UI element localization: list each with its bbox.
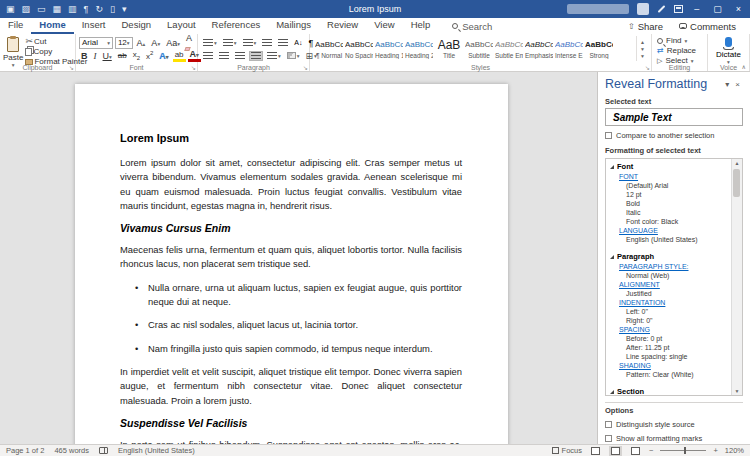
paragraph-dialog-launcher[interactable]: ↘ — [303, 64, 308, 71]
tab-view[interactable]: View — [366, 18, 402, 34]
print-icon[interactable]: ▥ — [68, 4, 77, 14]
print-layout-button[interactable] — [609, 446, 622, 456]
editing-mode-pencil-icon[interactable] — [658, 5, 666, 13]
tab-review[interactable]: Review — [319, 18, 366, 34]
styles-dialog-launcher[interactable]: ↘ — [645, 64, 650, 71]
collapse-triangle-icon[interactable] — [610, 390, 614, 394]
tab-insert[interactable]: Insert — [74, 18, 114, 34]
tree-section-section[interactable]: Section — [610, 387, 728, 396]
underline-button[interactable]: U▾ — [101, 51, 114, 61]
show-marks-row[interactable]: Show all formatting marks — [605, 434, 743, 443]
justify-button[interactable] — [249, 51, 263, 61]
zoom-out-button[interactable]: − — [649, 446, 653, 455]
avatar[interactable] — [637, 3, 649, 15]
customize-qat-icon[interactable]: ▾ — [122, 4, 127, 14]
tree-link-paragraph-style-[interactable]: PARAGRAPH STYLE: — [619, 262, 728, 271]
tree-link-alignment[interactable]: ALIGNMENT — [619, 280, 728, 289]
tab-references[interactable]: References — [204, 18, 269, 34]
decrease-indent-button[interactable] — [260, 38, 274, 48]
scroll-thumb[interactable] — [733, 169, 740, 197]
language-indicator[interactable]: English (United States) — [118, 446, 195, 455]
search-box[interactable]: Search — [452, 21, 492, 32]
zoom-level[interactable]: 120% — [725, 446, 744, 455]
tree-link-language[interactable]: LANGUAGE — [619, 226, 728, 235]
compare-selection-row[interactable]: Compare to another selection — [605, 131, 743, 140]
find-button[interactable]: Find▾ — [657, 36, 704, 45]
show-marks-checkbox[interactable] — [605, 435, 612, 442]
increase-indent-button[interactable] — [276, 38, 290, 48]
tree-scrollbar[interactable]: ▲ ▼ — [731, 159, 742, 395]
text-effects-button[interactable]: A▾ — [157, 51, 170, 61]
shading-button[interactable]: ▾ — [285, 51, 302, 60]
distinguish-style-row[interactable]: Distinguish style source — [605, 420, 743, 429]
zoom-slider-thumb[interactable] — [684, 447, 686, 454]
page-indicator[interactable]: Page 1 of 2 — [6, 446, 44, 455]
style-title[interactable]: AaBTitle — [435, 37, 463, 60]
style-subtle-em-[interactable]: AaBbCcDcSubtle Em... — [495, 37, 523, 60]
document-page[interactable]: Lorem Ipsum Lorem ipsum dolor sit amet, … — [75, 84, 508, 444]
replace-button[interactable]: ⇄ Replace — [657, 46, 704, 55]
tab-file[interactable]: File — [0, 18, 31, 34]
panel-menu-icon[interactable]: ▾ — [722, 80, 732, 89]
comments-button[interactable]: Comments — [673, 20, 742, 33]
table-icon[interactable]: ▦ — [53, 4, 62, 14]
font-dialog-launcher[interactable]: ↘ — [191, 64, 196, 71]
numbering-button[interactable]: ▾ — [221, 38, 239, 48]
align-right-button[interactable] — [233, 51, 247, 61]
style-intense-e-[interactable]: AaBbCcDcIntense E... — [555, 37, 583, 60]
bold-button[interactable]: B — [79, 51, 90, 61]
collapse-triangle-icon[interactable] — [610, 165, 614, 169]
shrink-font-button[interactable]: A▾ — [149, 38, 162, 48]
scroll-down-icon[interactable]: ▼ — [735, 388, 740, 394]
zoom-slider[interactable] — [660, 450, 706, 451]
style-no-spacing[interactable]: AaBbCcDcNo Spacing — [345, 37, 373, 60]
text-highlight-button[interactable]: ab — [173, 50, 186, 62]
multilevel-list-button[interactable]: ▾ — [241, 38, 259, 48]
restore-button[interactable]: ▢ — [710, 4, 725, 14]
proofing-icon[interactable] — [99, 447, 108, 454]
word-count[interactable]: 465 words — [54, 446, 89, 455]
font-size-combo[interactable]: 12▾ — [115, 37, 133, 49]
pilcrow-icon[interactable]: ¶ — [84, 4, 89, 14]
grow-font-button[interactable]: A▴ — [135, 38, 148, 48]
tab-home[interactable]: Home — [31, 18, 73, 34]
window-icon[interactable]: ▭ — [37, 4, 46, 14]
style-heading-2[interactable]: AaBbCcCHeading 2 — [405, 37, 433, 60]
tree-section-font[interactable]: Font — [610, 162, 728, 171]
change-case-button[interactable]: Aa▾ — [164, 38, 182, 48]
compare-checkbox[interactable] — [605, 132, 612, 139]
web-layout-button[interactable] — [629, 446, 642, 456]
align-left-button[interactable] — [201, 51, 215, 61]
tree-link-shading[interactable]: SHADING — [619, 361, 728, 370]
style-subtitle[interactable]: AaBbCcCSubtitle — [465, 37, 493, 60]
paste-button[interactable]: Paste ▾ — [3, 36, 23, 61]
collapse-ribbon-icon[interactable]: ∧ — [742, 63, 746, 70]
style-heading-1[interactable]: AaBbCcHeading 1 — [375, 37, 403, 60]
redo-icon[interactable]: ↻ — [95, 4, 103, 14]
styles-more-icon[interactable]: ▼ — [640, 53, 645, 59]
align-center-button[interactable] — [217, 51, 231, 61]
tab-design[interactable]: Design — [113, 18, 159, 34]
draw-icon[interactable]: ▨ — [22, 4, 31, 14]
tab-mailings[interactable]: Mailings — [268, 18, 319, 34]
tree-link-spacing[interactable]: SPACING — [619, 325, 728, 334]
font-name-combo[interactable]: Arial▾ — [79, 37, 113, 49]
line-spacing-button[interactable]: ▾ — [265, 51, 283, 61]
style-emphasis[interactable]: AaBbCcDcEmphasis — [525, 37, 553, 60]
dictate-button[interactable]: Dictate ▾ — [711, 37, 746, 65]
clipboard-dialog-launcher[interactable]: ↘ — [69, 64, 74, 71]
tab-layout[interactable]: Layout — [159, 18, 204, 34]
tree-link-font[interactable]: FONT — [619, 172, 728, 181]
styles-scroll-down-icon[interactable]: ▼ — [640, 46, 645, 52]
tab-help[interactable]: Help — [403, 18, 439, 34]
bullets-button[interactable]: ▾ — [201, 38, 219, 48]
ribbon-display-options-icon[interactable] — [674, 5, 683, 13]
close-button[interactable]: × — [733, 4, 744, 14]
save-icon[interactable]: ▣ — [6, 4, 15, 14]
superscript-button[interactable]: x2 — [144, 50, 155, 61]
focus-button[interactable]: Focus — [552, 446, 582, 455]
share-button[interactable]: ⇧ Share — [622, 20, 669, 33]
collapse-triangle-icon[interactable] — [610, 255, 614, 259]
zoom-in-button[interactable]: + — [713, 446, 717, 455]
distinguish-style-checkbox[interactable] — [605, 421, 612, 428]
